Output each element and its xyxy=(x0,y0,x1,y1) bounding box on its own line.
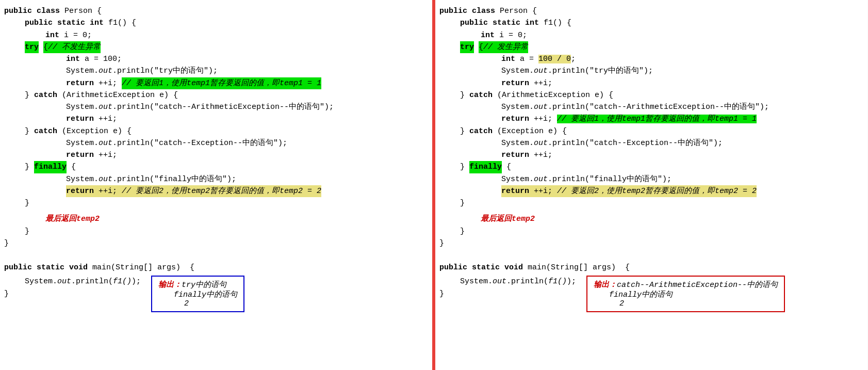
right-panel: public class Person { public static int … xyxy=(434,0,867,370)
right-line-18: 最后返回temp2 xyxy=(439,213,863,225)
left-main-output: System.out.println(f1()); } 输出：try中的语句 f… xyxy=(4,276,428,312)
right-line-9: System.out.println("catch--ArithmeticExc… xyxy=(439,101,863,113)
right-line-15: System.out.println("finally中的语句"); xyxy=(439,173,863,185)
left-line-18: 最后返回temp2 xyxy=(4,213,428,225)
left-line-12: System.out.println("catch--Exception--中的… xyxy=(4,137,428,149)
left-line-7: return ++i; // 要返回1，使用temp1暂存要返回的值，即temp… xyxy=(4,77,428,89)
right-line-16: return ++i; // 要返回2，使用temp2暂存要返回的值，即temp… xyxy=(439,185,863,197)
right-line-2: public static int f1() { xyxy=(439,17,863,29)
left-line-15: System.out.println("finally中的语句"); xyxy=(4,173,428,185)
right-line-19: } xyxy=(439,226,863,237)
right-line-8: } catch (ArithmeticException e) { xyxy=(439,89,863,101)
right-gap xyxy=(439,249,863,262)
right-line-6: System.out.println("try中的语句"); xyxy=(439,65,863,77)
right-main-output: System.out.println(f1()); } 输出：catch--Ar… xyxy=(439,276,863,312)
left-panel: public class Person { public static int … xyxy=(0,0,434,370)
left-output-box: 输出：try中的语句 finally中的语句 2 xyxy=(151,276,244,312)
right-line-14: } finally { xyxy=(439,161,863,173)
right-line-20: } xyxy=(439,237,863,249)
left-line-19: } xyxy=(4,226,428,237)
right-line-10: return ++i; // 要返回1，使用temp1暂存要返回的值，即temp… xyxy=(439,113,863,125)
left-line-8: } catch (ArithmeticException e) { xyxy=(4,89,428,101)
left-line-10: return ++i; xyxy=(4,113,428,125)
left-line-11: } catch (Exception e) { xyxy=(4,125,428,137)
left-line-5: int a = 100; xyxy=(4,53,428,65)
right-output-box: 输出：catch--ArithmeticException--中的语句 fina… xyxy=(586,276,785,312)
right-main-1: public static void main(String[] args) { xyxy=(439,262,863,274)
left-line-1: public class Person { xyxy=(4,5,428,17)
right-line-13: return ++i; xyxy=(439,149,863,161)
right-line-17: } xyxy=(439,197,863,209)
right-line-1: public class Person { xyxy=(439,5,863,17)
right-line-11: } catch (Exception e) { xyxy=(439,125,863,137)
left-line-6: System.out.println("try中的语句"); xyxy=(4,65,428,77)
left-line-13: return ++i; xyxy=(4,149,428,161)
left-gap xyxy=(4,249,428,262)
left-line-3: int i = 0; xyxy=(4,29,428,41)
right-line-5: int a = 100 / 0; xyxy=(439,53,863,65)
left-line-17: } xyxy=(4,197,428,209)
left-line-2: public static int f1() { xyxy=(4,17,428,29)
right-line-12: System.out.println("catch--Exception--中的… xyxy=(439,137,863,149)
left-line-16: return ++i; // 要返回2，使用temp2暂存要返回的值，即temp… xyxy=(4,185,428,197)
left-line-9: System.out.println("catch--ArithmeticExc… xyxy=(4,101,428,113)
left-line-20: } xyxy=(4,237,428,249)
right-line-4: try {// 发生异常 xyxy=(439,41,863,53)
left-main-1: public static void main(String[] args) { xyxy=(4,262,428,274)
left-line-4: try {// 不发生异常 xyxy=(4,41,428,53)
left-line-14: } finally { xyxy=(4,161,428,173)
right-line-3: int i = 0; xyxy=(439,29,863,41)
right-line-7: return ++i; xyxy=(439,77,863,89)
